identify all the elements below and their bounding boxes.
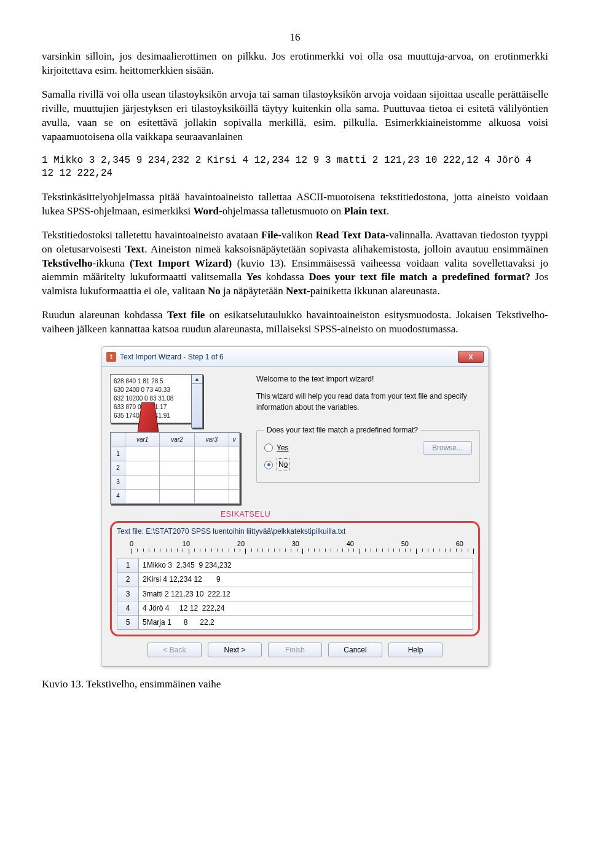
- app-icon: t: [106, 352, 116, 362]
- grid-col: var1: [125, 433, 160, 447]
- preview-row: 44 Jörö 4 12 12 222,24: [117, 601, 473, 615]
- mono-example: 1 Mikko 3 2,345 9 234,232 2 Kirsi 4 12,2…: [42, 154, 548, 181]
- radio-yes-row[interactable]: Yes Browse...: [264, 441, 472, 455]
- p2d: Plain text: [344, 205, 387, 217]
- page-number: 16: [42, 31, 548, 45]
- next-button[interactable]: Next >: [208, 643, 262, 657]
- close-button[interactable]: X: [458, 351, 484, 363]
- finish-button[interactable]: Finish: [268, 643, 322, 657]
- para1-b: Samalla rivillä voi olla usean tilastoyk…: [42, 88, 548, 143]
- paragraph-1: varsinkin silloin, jos desimaalierottime…: [42, 50, 548, 78]
- radio-no-row[interactable]: No: [264, 458, 472, 471]
- preview-outline: Text file: E:\STAT2070 SPSS luentoihin l…: [110, 521, 480, 636]
- ruler-tick: 0: [130, 539, 133, 549]
- preview-cell: 2Kirsi 4 12,234 12 9: [139, 573, 473, 587]
- para1-a: varsinkin silloin, jos desimaalierottime…: [42, 50, 548, 76]
- preview-row: 11Mikko 3 2,345 9 234,232: [117, 558, 473, 573]
- paragraph-2: Tekstinkäsittelyohjelmassa pitää havaint…: [42, 190, 548, 219]
- rownum: 1: [117, 558, 139, 573]
- radio-no[interactable]: [264, 461, 273, 469]
- back-button[interactable]: < Back: [148, 643, 202, 657]
- p3s: -painiketta ikkunan alareunasta.: [307, 285, 440, 297]
- p3h: Tekstivelho: [42, 257, 93, 269]
- ruler-tick: 10: [183, 539, 190, 549]
- p3r: Next: [286, 285, 307, 297]
- numline: 632 10200 0 83 31.08: [114, 394, 194, 403]
- scrollbar-stub: ▲: [191, 374, 203, 428]
- dialog-titlebar: t Text Import Wizard - Step 1 of 6 X: [101, 347, 489, 367]
- paragraph-3: Tekstitiedostoksi talletettu havaintoain…: [42, 229, 548, 299]
- p2c: -ohjelmassa talletusmuoto on: [219, 205, 344, 217]
- ruler-tick: 40: [347, 539, 354, 549]
- scroll-up-icon: ▲: [192, 375, 202, 384]
- button-row: < Back Next > Finish Cancel Help: [110, 636, 480, 660]
- ruler-line: [132, 549, 473, 555]
- radio-yes-label: Yes: [277, 443, 289, 453]
- p3b: File: [261, 229, 278, 241]
- grid-row: 3: [111, 475, 125, 490]
- grid-row: 1: [111, 447, 125, 461]
- numline: 630 2400 0 73 40.33: [114, 386, 194, 394]
- p2e: .: [387, 205, 389, 217]
- p4b: Text file: [167, 309, 205, 321]
- ruler-tick: 30: [292, 539, 299, 549]
- numline: 628 840 1 81 28.5: [114, 377, 194, 386]
- grid-col: var2: [160, 433, 194, 447]
- browse-button[interactable]: Browse...: [423, 441, 472, 455]
- p4a: Ruudun alareunan kohdassa: [42, 309, 167, 321]
- p3a: Tekstitiedostoksi talletettu havaintoain…: [42, 229, 261, 241]
- desc-text: This wizard will help you read data from…: [256, 391, 480, 413]
- close-icon: X: [468, 353, 473, 362]
- welcome-text: Welcome to the text import wizard!: [256, 374, 480, 385]
- dialog-body: 628 840 1 81 28.5 630 2400 0 73 40.33 63…: [101, 367, 489, 666]
- p3q: ja näpäytetään: [221, 285, 286, 297]
- ruler-tick: 50: [401, 539, 409, 549]
- p3g: . Aineiston nimeä kaksoisnäpäytetään sop…: [144, 243, 548, 255]
- intro-panel: Welcome to the text import wizard! This …: [256, 374, 480, 504]
- rownum: 2: [117, 573, 139, 587]
- esikatselu-label: ESIKATSELU: [221, 509, 480, 520]
- ruler-tick: 20: [237, 539, 245, 549]
- preview-cell: 4 Jörö 4 12 12 222,24: [139, 601, 473, 615]
- paragraph-4: Ruudun alareunan kohdassa Text file on e…: [42, 308, 548, 337]
- grid-col: var3: [194, 433, 229, 447]
- grid-row: 4: [111, 490, 125, 504]
- preview-row: 33matti 2 121,23 10 222,12: [117, 587, 473, 601]
- ruler: 0 10 20 30 40 50 60: [132, 539, 473, 557]
- rownum: 4: [117, 601, 139, 615]
- grid-corner: [111, 433, 125, 447]
- preview-row: 22Kirsi 4 12,234 12 9: [117, 573, 473, 587]
- figure-caption: Kuvio 13. Tekstivelho, ensimmäinen vaihe: [42, 678, 548, 692]
- p3j: (Text Import Wizard): [130, 257, 232, 269]
- text-import-wizard-dialog: t Text Import Wizard - Step 1 of 6 X 628…: [101, 346, 489, 667]
- preview-table: 11Mikko 3 2,345 9 234,232 22Kirsi 4 12,2…: [117, 558, 473, 630]
- help-button[interactable]: Help: [388, 643, 442, 657]
- p3i: -ikkuna: [93, 257, 130, 269]
- p3f: Text: [125, 243, 145, 255]
- preview-row: 55Marja 1 8 22,2: [117, 616, 473, 630]
- mini-grid: var1 var2 var3 v 1 2 3 4: [110, 432, 240, 504]
- radio-yes[interactable]: [264, 444, 273, 452]
- dialog-title: Text Import Wizard - Step 1 of 6: [120, 352, 458, 362]
- preview-cell: 5Marja 1 8 22,2: [139, 616, 473, 630]
- p3m: kohdassa: [261, 271, 309, 283]
- ruler-tick: 60: [456, 539, 463, 549]
- p3n: Does your text file match a predefined f…: [309, 271, 530, 283]
- p3p: No: [208, 285, 221, 297]
- rownum: 3: [117, 587, 139, 601]
- p3c: -valikon: [278, 229, 315, 241]
- p2b: Word: [193, 205, 219, 217]
- illustration-panel: 628 840 1 81 28.5 630 2400 0 73 40.33 63…: [110, 374, 245, 504]
- preview-cell: 1Mikko 3 2,345 9 234,232: [139, 558, 473, 573]
- text-file-path: Text file: E:\STAT2070 SPSS luentoihin l…: [117, 526, 473, 536]
- grid-row: 2: [111, 461, 125, 475]
- predefined-format-group: Does your text file match a predefined f…: [256, 425, 480, 483]
- cancel-button[interactable]: Cancel: [328, 643, 382, 657]
- grid-col: v: [229, 433, 240, 447]
- p3d: Read Text Data: [316, 229, 385, 241]
- preview-cell: 3matti 2 121,23 10 222,12: [139, 587, 473, 601]
- p3l: Yes: [246, 271, 262, 283]
- paragraph-1b: Samalla rivillä voi olla usean tilastoyk…: [42, 88, 548, 144]
- radio-no-label: No: [277, 458, 289, 471]
- rownum: 5: [117, 616, 139, 630]
